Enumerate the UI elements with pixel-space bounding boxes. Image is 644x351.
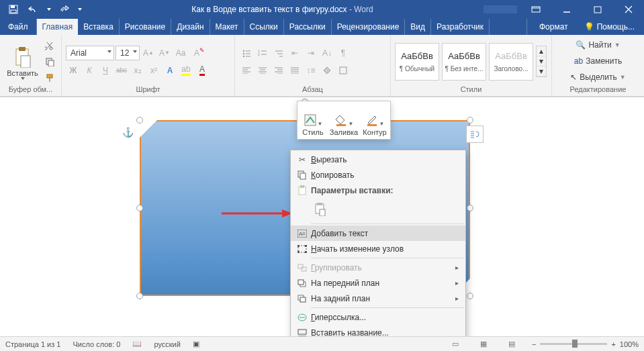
handle-w[interactable] [136,205,143,211]
shading-button[interactable] [320,63,334,78]
status-proofing[interactable]: 📖 [132,340,142,348]
numbering-button[interactable]: 12 [255,46,270,60]
svg-rect-71 [300,297,306,302]
paste-button[interactable]: Вставить [4,44,41,80]
menu-send-back[interactable]: На задний план ▸ [291,291,465,306]
font-size-combo[interactable]: 12 [116,46,140,60]
view-print-layout[interactable]: ▦ [475,338,492,350]
view-read-mode[interactable]: ▭ [447,338,463,350]
find-button[interactable]: 🔍 Найти ▼ [571,38,624,52]
bold-button[interactable]: Ж [66,63,81,78]
status-page[interactable]: Страница 1 из 1 [5,340,60,348]
layout-options-button[interactable] [466,126,484,143]
strike-button[interactable]: abc [114,63,129,78]
svg-rect-58 [320,209,325,216]
tab-view[interactable]: Вид [405,19,431,35]
font-color-button[interactable]: A [195,63,210,78]
save-button[interactable] [4,1,23,17]
styles-down[interactable]: ▾ [537,56,546,66]
align-left-button[interactable] [239,63,254,78]
copy-button[interactable] [42,54,57,69]
account-area[interactable] [480,0,520,19]
styles-more[interactable]: ▾ [537,66,546,77]
tab-developer[interactable]: Разработчик [431,19,490,35]
select-button[interactable]: ↖ Выделить ▼ [566,70,629,85]
clear-formatting-button[interactable]: A✎ [189,46,204,60]
zoom-value[interactable]: 100% [620,340,639,348]
zoom-out-button[interactable]: − [532,340,536,348]
menu-edit-points[interactable]: Начать изменение узлов [291,241,465,256]
close-button[interactable] [613,0,644,19]
format-painter-button[interactable] [42,70,57,85]
align-right-button[interactable] [271,63,286,78]
change-case-button[interactable]: Aa [173,46,188,60]
tab-home[interactable]: Главная [37,19,79,35]
subscript-button[interactable]: x₂ [130,63,145,78]
replace-button[interactable]: ab Заменить [570,54,626,68]
highlight-button[interactable]: ab [179,63,193,78]
justify-button[interactable] [287,63,302,78]
menu-bring-front[interactable]: На передний план ▸ [291,275,465,291]
tab-layout[interactable]: Макет [210,19,244,35]
tab-mailings[interactable]: Рассылки [284,19,332,35]
bullets-button[interactable] [239,46,254,60]
tell-me[interactable]: 💡 Помощь... [580,19,644,35]
qat-customize[interactable] [75,1,85,17]
italic-button[interactable]: К [82,63,97,78]
tab-format[interactable]: Формат [526,19,580,35]
undo-button[interactable] [24,1,43,17]
zoom-control: − + 100% [532,340,639,348]
status-language[interactable]: русский [154,340,180,348]
undo-dropdown[interactable] [44,1,54,17]
mini-toolbar: ▼ Стиль ▼ Заливка ▼ Контур [297,101,391,140]
align-center-button[interactable] [255,63,270,78]
paste-option-picture[interactable] [311,199,330,219]
style-no-spacing[interactable]: АаБбВв ¶ Без инте... [442,43,486,81]
status-word-count[interactable]: Число слов: 0 [73,340,120,348]
borders-button[interactable] [336,63,351,78]
view-web-layout[interactable]: ▤ [504,338,520,350]
decrease-indent-button[interactable]: ⇤ [287,46,302,60]
sort-button[interactable]: A↓ [320,46,334,60]
increase-indent-button[interactable]: ⇥ [304,46,318,60]
handle-e[interactable] [467,205,473,211]
ribbon-options-button[interactable] [520,0,551,19]
tab-file[interactable]: Файл [0,19,37,35]
menu-copy[interactable]: Копировать [291,167,465,183]
style-normal[interactable]: АаБбВв ¶ Обычный [395,43,439,81]
minimize-button[interactable] [551,0,582,19]
shape-fill-button[interactable]: ▼ Заливка [328,101,359,139]
superscript-button[interactable]: x² [146,63,161,78]
handle-sw[interactable] [136,293,143,299]
zoom-in-button[interactable]: + [611,340,615,348]
menu-cut[interactable]: ✂ Вырезать [291,152,465,167]
underline-button[interactable]: Ч [98,63,113,78]
show-marks-button[interactable]: ¶ [336,46,351,60]
multilevel-button[interactable] [271,46,286,60]
zoom-thumb[interactable] [572,340,578,348]
styles-up[interactable]: ▴ [537,46,546,56]
handle-se[interactable] [467,293,473,299]
handle-ne[interactable] [467,117,473,123]
tab-draw[interactable]: Рисование [120,19,171,35]
redo-button[interactable] [55,1,74,17]
font-name-combo[interactable]: Arial [66,46,114,60]
tab-references[interactable]: Ссылки [244,19,284,35]
zoom-slider[interactable] [540,343,607,345]
tab-review[interactable]: Рецензирование [332,19,406,35]
tab-insert[interactable]: Вставка [78,19,120,35]
tab-design[interactable]: Дизайн [171,19,210,35]
shrink-font-button[interactable]: A▼ [157,46,172,60]
shape-outline-button[interactable]: ▼ Контур [359,101,390,139]
status-macro[interactable]: ▣ [193,340,199,348]
style-heading1[interactable]: АаБбВв Заголово... [489,43,533,81]
shape-style-button[interactable]: ▼ Стиль [297,101,328,139]
menu-hyperlink[interactable]: Гиперссылка... [291,309,465,325]
handle-nw[interactable] [136,117,143,123]
menu-add-text[interactable]: A≡ Добавить текст [291,225,465,241]
maximize-button[interactable] [582,0,613,19]
grow-font-button[interactable]: A▲ [141,46,156,60]
cut-button[interactable] [42,38,57,53]
line-spacing-button[interactable]: ↕≡ [304,63,318,78]
text-effects-button[interactable]: A [163,63,177,78]
